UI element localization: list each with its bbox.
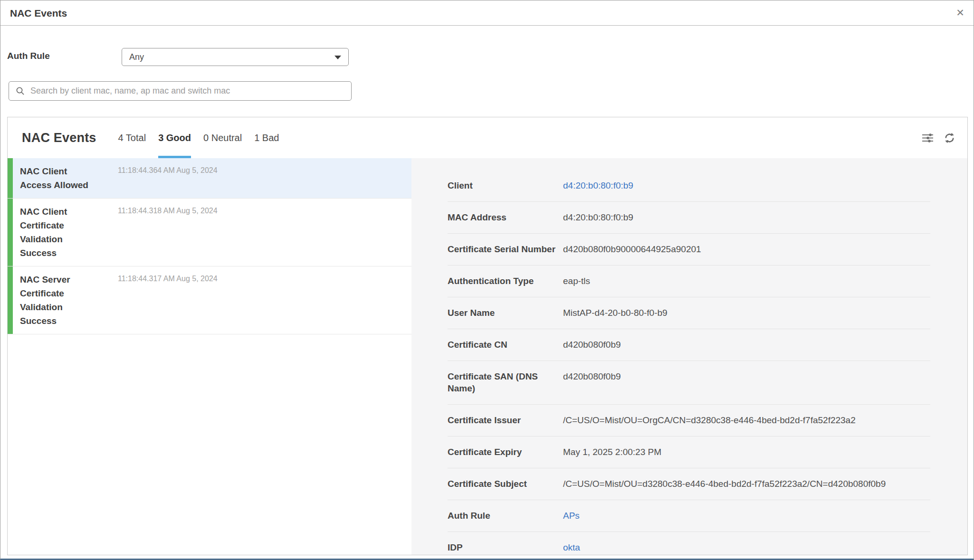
tab-bad[interactable]: 1 Bad	[254, 117, 279, 158]
event-row-nac-server-cert-validation[interactable]: NAC Server Certificate Validation Succes…	[8, 266, 411, 334]
detail-row-idp: IDP okta	[448, 532, 930, 555]
client-mac-link[interactable]: d4:20:b0:80:f0:b9	[563, 180, 930, 191]
detail-label: User Name	[448, 307, 563, 319]
event-row-nac-client-access-allowed[interactable]: NAC Client Access Allowed 11:18:44.364 A…	[8, 158, 411, 199]
detail-value: d420b080f0b9	[563, 339, 930, 351]
detail-label: IDP	[448, 541, 563, 553]
detail-label: Certificate CN	[448, 339, 563, 351]
panel-body: NAC Client Access Allowed 11:18:44.364 A…	[8, 158, 967, 555]
event-title: NAC Client Certificate Validation Succes…	[20, 205, 101, 260]
search-box[interactable]	[9, 81, 352, 101]
detail-row-cert-issuer: Certificate Issuer /C=US/O=Mist/OU=OrgCA…	[448, 405, 930, 437]
event-details-panel: Client d4:20:b0:80:f0:b9 MAC Address d4:…	[411, 158, 967, 555]
detail-row-cert-subject: Certificate Subject /C=US/O=Mist/OU=d328…	[448, 468, 930, 500]
detail-value: May 1, 2025 2:00:23 PM	[563, 446, 930, 458]
detail-row-mac-address: MAC Address d4:20:b0:80:f0:b9	[448, 202, 930, 234]
detail-row-auth-rule: Auth Rule APs	[448, 500, 930, 532]
auth-rule-label: Auth Rule	[7, 51, 50, 61]
detail-label: MAC Address	[448, 211, 563, 223]
event-title: NAC Client Access Allowed	[20, 164, 101, 192]
chevron-down-icon	[334, 56, 341, 59]
detail-label: Authentication Type	[448, 275, 563, 287]
detail-value: d420b080f0b90000644925a90201	[563, 243, 930, 255]
detail-row-cert-serial: Certificate Serial Number d420b080f0b900…	[448, 234, 930, 266]
detail-value: d420b080f0b9	[563, 370, 930, 382]
event-timestamp: 11:18:44.317 AM Aug 5, 2024	[118, 275, 218, 283]
event-timestamp: 11:18:44.364 AM Aug 5, 2024	[118, 166, 218, 175]
event-row-nac-client-cert-validation[interactable]: NAC Client Certificate Validation Succes…	[8, 199, 411, 266]
detail-label: Certificate Expiry	[448, 446, 563, 458]
refresh-icon[interactable]	[944, 133, 955, 143]
auth-rule-link[interactable]: APs	[563, 510, 930, 522]
panel-header: NAC Events 4 Total 3 Good 0 Neutral 1 Ba…	[8, 117, 967, 158]
nac-events-panel: NAC Events 4 Total 3 Good 0 Neutral 1 Ba…	[7, 117, 968, 555]
nac-events-modal: NAC Events ✕ Auth Rule Any NAC Events 4 …	[0, 0, 974, 560]
detail-value: MistAP-d4-20-b0-80-f0-b9	[563, 307, 930, 319]
panel-title: NAC Events	[22, 131, 96, 145]
search-input[interactable]	[30, 86, 345, 96]
auth-rule-selected-value: Any	[129, 52, 144, 62]
detail-value: eap-tls	[563, 275, 930, 287]
detail-value: /C=US/O=Mist/OU=OrgCA/CN=d3280c38-e446-4…	[563, 414, 930, 426]
filter-sliders-icon[interactable]	[922, 133, 934, 143]
idp-link[interactable]: okta	[563, 541, 930, 553]
detail-label: Auth Rule	[448, 510, 563, 522]
modal-title: NAC Events	[10, 8, 67, 19]
event-title: NAC Server Certificate Validation Succes…	[20, 273, 101, 328]
detail-value: /C=US/O=Mist/OU=d3280c38-e446-4bed-bd2d-…	[563, 478, 930, 490]
tab-neutral[interactable]: 0 Neutral	[203, 117, 242, 158]
tab-good[interactable]: 3 Good	[158, 117, 191, 158]
close-icon[interactable]: ✕	[953, 6, 967, 20]
detail-row-user-name: User Name MistAP-d4-20-b0-80-f0-b9	[448, 297, 930, 329]
event-filter-tabs: 4 Total 3 Good 0 Neutral 1 Bad	[118, 117, 292, 158]
detail-row-cert-expiry: Certificate Expiry May 1, 2025 2:00:23 P…	[448, 437, 930, 468]
event-list: NAC Client Access Allowed 11:18:44.364 A…	[8, 158, 411, 555]
detail-row-cert-cn: Certificate CN d420b080f0b9	[448, 329, 930, 361]
modal-header: NAC Events ✕	[0, 0, 974, 26]
event-timestamp: 11:18:44.318 AM Aug 5, 2024	[118, 207, 218, 215]
detail-label: Client	[448, 180, 563, 191]
panel-actions	[922, 133, 967, 143]
detail-label: Certificate Serial Number	[448, 243, 563, 255]
tab-total[interactable]: 4 Total	[118, 117, 146, 158]
detail-value: d4:20:b0:80:f0:b9	[563, 211, 930, 223]
detail-label: Certificate Issuer	[448, 414, 563, 426]
detail-label: Certificate Subject	[448, 478, 563, 490]
detail-row-auth-type: Authentication Type eap-tls	[448, 266, 930, 297]
detail-row-cert-san: Certificate SAN (DNS Name) d420b080f0b9	[448, 361, 930, 405]
detail-label: Certificate SAN (DNS Name)	[448, 370, 563, 394]
detail-row-client: Client d4:20:b0:80:f0:b9	[448, 170, 930, 202]
auth-rule-dropdown[interactable]: Any	[122, 48, 349, 66]
search-icon	[16, 86, 25, 95]
